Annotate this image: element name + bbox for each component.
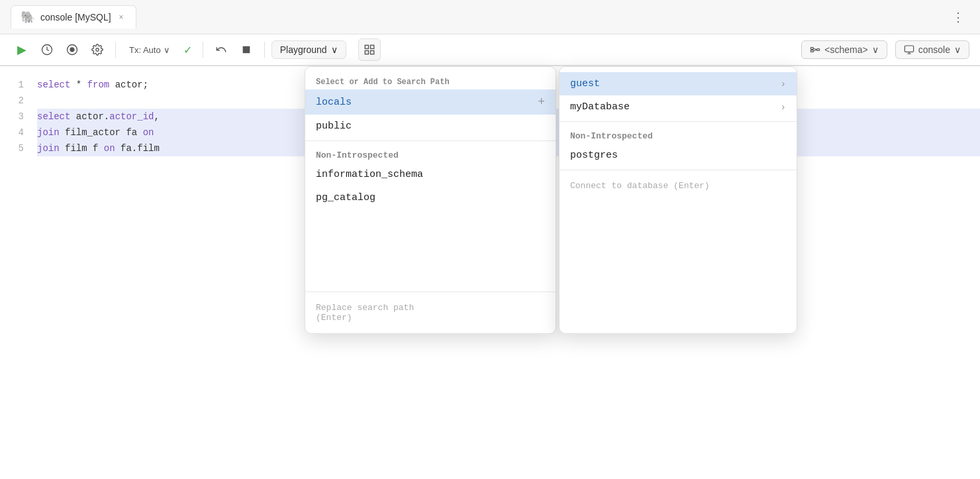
playground-button[interactable]: Playground ∨	[271, 40, 346, 59]
svg-rect-6	[370, 45, 373, 48]
line-num-3: 3	[0, 109, 24, 125]
svg-point-3	[96, 48, 99, 52]
chevron-right-icon-guest: ›	[781, 79, 786, 89]
line-num-2: 2	[0, 93, 24, 109]
console-icon	[904, 44, 914, 55]
plus-icon: +	[538, 95, 545, 109]
dropdown-item-locals[interactable]: locals +	[305, 89, 556, 115]
non-introspected-label-1: Non-Introspected	[305, 144, 556, 163]
run-button[interactable]: ▶	[11, 38, 33, 61]
settings-icon	[91, 44, 103, 56]
svg-rect-4	[242, 46, 250, 54]
chevron-right-icon-mydb: ›	[781, 102, 786, 113]
playground-label: Playground	[280, 44, 327, 55]
dropdown-container: Select or Add to Search Path locals + pu…	[305, 66, 797, 334]
dropdown-item-pg-catalog[interactable]: pg_catalog	[305, 186, 556, 209]
toolbar: ▶ Tx: Auto ∨ ✓ Playground ∨	[0, 34, 980, 66]
dropdown-divider-3	[560, 121, 797, 122]
stop-icon	[241, 44, 252, 55]
undo-icon	[215, 44, 227, 56]
schema-icon	[810, 44, 820, 55]
dropdown-item-postgres[interactable]: postgres	[560, 144, 797, 167]
svg-line-13	[814, 50, 817, 51]
dropdown-divider-4	[560, 170, 797, 170]
check-icon[interactable]: ✓	[179, 41, 196, 59]
tx-button[interactable]: Tx: Auto ∨	[122, 42, 177, 58]
stop-button[interactable]	[235, 38, 258, 61]
schema-label: <schema>	[824, 44, 867, 55]
separator-1	[115, 42, 116, 58]
line-numbers: 1 2 3 4 5	[0, 66, 32, 479]
dropdown-item-information-schema[interactable]: information_schema	[305, 163, 556, 186]
item-locals-label: locals	[316, 97, 352, 108]
connect-db-footer[interactable]: Connect to database (Enter)	[560, 173, 797, 196]
grid-icon	[364, 44, 375, 56]
svg-rect-10	[811, 50, 814, 52]
svg-rect-11	[817, 49, 820, 51]
tab-console[interactable]: 🐘 console [MySQL] ×	[11, 5, 136, 28]
undo-button[interactable]	[210, 38, 232, 61]
tx-chevron: ∨	[164, 45, 170, 55]
dropdown-spacer	[305, 209, 556, 289]
tab-bar-left: 🐘 console [MySQL] ×	[11, 5, 136, 28]
line-num-5: 5	[0, 140, 24, 156]
settings-button[interactable]	[86, 38, 109, 61]
dropdown-divider-2	[305, 292, 556, 292]
playground-chevron: ∨	[331, 44, 338, 55]
item-public-label: public	[316, 121, 352, 132]
dropdown-item-public[interactable]: public	[305, 115, 556, 138]
console-label: console	[918, 44, 950, 55]
elephant-icon: 🐘	[21, 10, 35, 25]
item-info-schema-label: information_schema	[316, 169, 423, 180]
dropdown-item-guest[interactable]: guest ›	[560, 72, 797, 95]
history-button[interactable]	[36, 38, 58, 61]
dropdown-item-mydatabase[interactable]: myDatabase ›	[560, 95, 797, 119]
line-num-4: 4	[0, 125, 24, 140]
item-pg-catalog-label: pg_catalog	[316, 192, 375, 203]
schema-button[interactable]: <schema> ∨	[801, 40, 887, 59]
dropdown-divider-1	[305, 140, 556, 141]
console-button[interactable]: console ∨	[895, 40, 969, 59]
tab-label: console [MySQL]	[40, 12, 111, 23]
separator-3	[264, 42, 265, 58]
svg-rect-7	[365, 51, 368, 54]
svg-rect-8	[370, 51, 373, 54]
record-icon	[66, 44, 78, 56]
separator-2	[203, 42, 203, 58]
database-dropdown: guest › myDatabase › Non-Introspected po…	[559, 66, 797, 334]
history-icon	[41, 44, 53, 56]
tx-label: Tx: Auto	[129, 45, 161, 55]
editor-area: 1 2 3 4 5 select * from actor; select ac…	[0, 66, 980, 479]
tab-bar: 🐘 console [MySQL] × ⋮	[0, 0, 980, 34]
svg-rect-9	[811, 48, 814, 50]
tab-close-button[interactable]: ×	[117, 11, 126, 23]
line-num-1: 1	[0, 77, 24, 93]
tab-more-button[interactable]: ⋮	[947, 7, 969, 27]
schema-chevron: ∨	[872, 44, 879, 55]
record-button[interactable]	[61, 38, 83, 61]
item-postgres-label: postgres	[570, 150, 618, 161]
dropdown-header-1: Select or Add to Search Path	[305, 72, 556, 89]
svg-rect-14	[905, 46, 913, 52]
grid-view-button[interactable]	[358, 38, 381, 61]
search-path-dropdown: Select or Add to Search Path locals + pu…	[305, 66, 556, 334]
replace-search-path-footer[interactable]: Replace search path(Enter)	[305, 295, 556, 328]
svg-point-2	[70, 48, 74, 52]
item-guest-label: guest	[570, 78, 600, 89]
item-mydatabase-label: myDatabase	[570, 101, 630, 113]
non-introspected-label-2: Non-Introspected	[560, 125, 797, 144]
svg-rect-5	[365, 45, 368, 48]
console-chevron: ∨	[954, 44, 961, 55]
